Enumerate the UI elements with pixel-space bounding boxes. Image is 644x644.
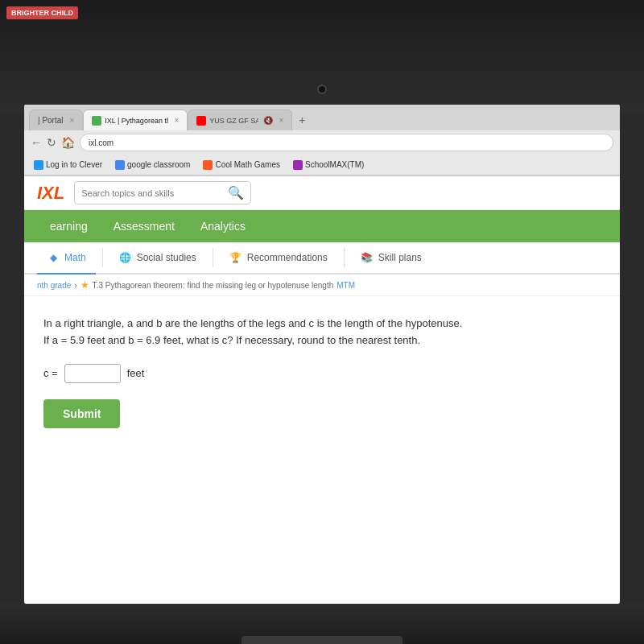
nav-learning[interactable]: earning: [37, 210, 101, 242]
math-icon: [203, 160, 213, 170]
subnav-recommendations-label: Recommendations: [247, 252, 328, 263]
google-icon: [115, 160, 125, 170]
answer-row: c = feet: [43, 364, 601, 383]
new-tab-button[interactable]: +: [292, 110, 312, 130]
award-icon: 🏆: [229, 251, 242, 264]
submit-button[interactable]: Submit: [43, 399, 120, 428]
mtm-badge: MTM: [336, 281, 355, 290]
subnav-skillplans-label: Skill plans: [378, 252, 422, 263]
subnav-divider2: [213, 248, 213, 267]
bookmarks-bar: Log in to Clever google classroom Cool M…: [24, 155, 620, 175]
ixl-header: IXL 🔍: [24, 176, 620, 210]
keyboard-bump: [242, 636, 402, 644]
tab-mute-icon: 🔇: [263, 116, 273, 125]
ixl-favicon-icon: [92, 116, 101, 126]
screen: | Portal × IXL | Pythagorean theorem: fi…: [24, 105, 620, 604]
address-bar: ← ↻ 🏠 ixl.com: [24, 130, 620, 155]
tab-close-ixl[interactable]: ×: [175, 116, 180, 125]
clever-icon: [34, 160, 43, 170]
tab-ixl[interactable]: IXL | Pythagorean theorem: fin ×: [83, 109, 188, 130]
ixl-subnav: ◆ Math 🌐 Social studies 🏆 Recommendation…: [24, 242, 620, 275]
bottom-bezel: [0, 604, 644, 644]
subnav-social-label: Social studies: [137, 252, 196, 263]
book-icon: 📚: [361, 251, 374, 264]
camera: [317, 85, 327, 94]
home-button[interactable]: 🏠: [61, 136, 75, 149]
bookmark-school-label: SchoolMAX(TM): [305, 160, 364, 169]
subnav-divider3: [344, 248, 345, 267]
tab-close-portal[interactable]: ×: [70, 116, 75, 125]
unit-label: feet: [127, 367, 145, 379]
subnav-math[interactable]: ◆ Math: [37, 242, 96, 275]
subnav-math-label: Math: [64, 252, 86, 263]
bookmark-clever[interactable]: Log in to Clever: [31, 159, 105, 171]
bookmark-clever-label: Log in to Clever: [46, 160, 102, 169]
tab-close-yt[interactable]: ×: [279, 116, 284, 125]
bookmark-math[interactable]: Cool Math Games: [200, 159, 283, 171]
answer-label: c =: [43, 367, 58, 379]
address-input[interactable]: ixl.com: [80, 134, 613, 151]
subnav-social[interactable]: 🌐 Social studies: [109, 242, 206, 275]
question-line2: If a = 5.9 feet and b = 6.9 feet, what i…: [43, 332, 601, 349]
brighter-child-label: BRIGHTER CHILD: [6, 6, 78, 19]
breadcrumb: nth grade › ★ T.3 Pythagorean theorem: f…: [24, 275, 620, 296]
tab-portal[interactable]: | Portal ×: [29, 109, 83, 130]
diamond-icon: ◆: [47, 251, 60, 264]
bookmark-google-label: google classroom: [127, 160, 190, 169]
school-icon: [293, 160, 303, 170]
breadcrumb-section: T.3 Pythagorean theorem: find the missin…: [93, 281, 334, 290]
refresh-button[interactable]: ↻: [47, 136, 56, 149]
tabs-bar: | Portal × IXL | Pythagorean theorem: fi…: [24, 105, 620, 130]
ixl-logo: IXL: [37, 183, 64, 204]
back-button[interactable]: ←: [31, 136, 42, 149]
bookmark-school[interactable]: SchoolMAX(TM): [290, 159, 367, 171]
question-text: In a right triangle, a and b are the len…: [43, 316, 601, 349]
subnav-recommendations[interactable]: 🏆 Recommendations: [220, 242, 337, 275]
tab-label-ixl: IXL | Pythagorean theorem: fin: [105, 117, 167, 125]
top-bezel: BRIGHTER CHILD: [0, 0, 644, 113]
bookmark-math-label: Cool Math Games: [215, 160, 280, 169]
ixl-nav: earning Assessment Analytics: [24, 210, 620, 242]
question-area: In a right triangle, a and b are the len…: [24, 296, 620, 441]
ixl-app: IXL 🔍 earning Assessment Analytics ◆ Mat…: [24, 176, 620, 604]
subnav-skillplans[interactable]: 📚 Skill plans: [351, 242, 431, 275]
nav-assessment[interactable]: Assessment: [101, 210, 188, 242]
answer-input[interactable]: [64, 364, 121, 383]
tab-label-yt: YUS GZ GF SAYS Y KAY FL: [209, 117, 258, 125]
tab-label: | Portal: [38, 116, 64, 125]
tab-yt[interactable]: YUS GZ GF SAYS Y KAY FL 🔇 ×: [188, 109, 292, 130]
question-line1: In a right triangle, a and b are the len…: [43, 316, 601, 332]
bookmark-google[interactable]: google classroom: [112, 159, 193, 171]
subnav-divider: [102, 248, 103, 267]
yt-favicon-icon: [196, 116, 206, 126]
nav-analytics[interactable]: Analytics: [188, 210, 258, 242]
search-input[interactable]: [81, 188, 223, 198]
breadcrumb-grade[interactable]: nth grade: [37, 281, 71, 290]
globe-icon: 🌐: [119, 251, 132, 264]
search-box[interactable]: 🔍: [74, 181, 251, 204]
browser-chrome: | Portal × IXL | Pythagorean theorem: fi…: [24, 105, 620, 176]
star-icon: ★: [80, 279, 89, 291]
search-icon: 🔍: [228, 185, 244, 200]
address-text: ixl.com: [89, 138, 114, 147]
